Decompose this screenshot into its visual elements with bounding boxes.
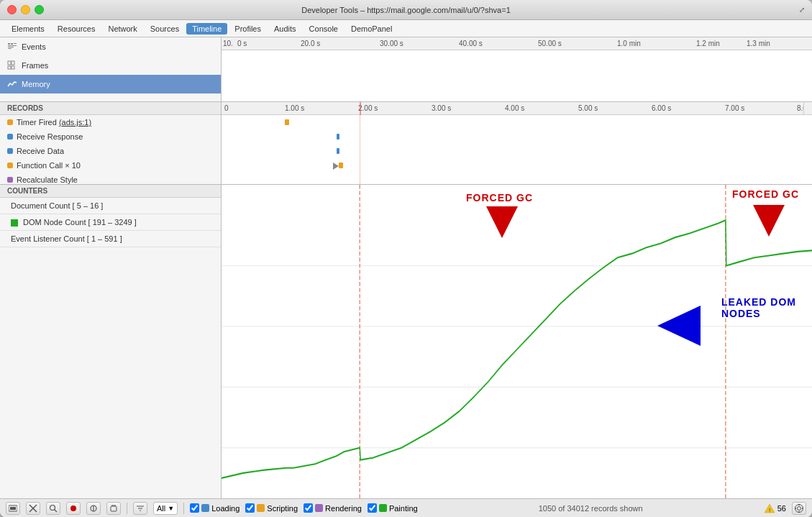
svg-rect-6	[8, 61, 11, 65]
menu-demopanel[interactable]: DemoPanel	[345, 23, 398, 35]
menu-elements[interactable]: Elements	[6, 23, 50, 35]
scripting-checkbox-label[interactable]: Scripting	[245, 503, 298, 513]
svg-text:!: !	[769, 506, 770, 513]
ruler-mark-4: 40.00 s	[459, 40, 483, 47]
svg-line-21	[55, 509, 58, 512]
menu-audits[interactable]: Audits	[268, 23, 302, 35]
menu-network[interactable]: Network	[102, 23, 142, 35]
forced-gc-1-arrow	[486, 206, 518, 238]
records-count: 1050 of 34012 records shown	[424, 504, 758, 513]
filter-chevron-icon: ▼	[168, 505, 174, 512]
devtools-window: Developer Tools – https://mail.google.co…	[0, 0, 812, 517]
painting-label: Painting	[389, 504, 418, 513]
ruler-mark-5: 50.00 s	[538, 40, 562, 47]
rec-ruler-0: 0	[224, 104, 229, 112]
painting-checkbox-label[interactable]: Painting	[368, 503, 418, 513]
rec-ruler-4: 4.00 s	[505, 104, 524, 112]
function-dot	[7, 163, 13, 168]
frames-label: Frames	[22, 61, 48, 70]
svg-rect-8	[8, 66, 11, 69]
filter-icon-btn[interactable]	[133, 502, 147, 515]
gc-marker-records	[360, 115, 360, 184]
rec-ruler-3: 3.00 s	[432, 104, 451, 112]
menubar: Elements Resources Network Sources Timel…	[0, 20, 812, 37]
svg-point-20	[50, 505, 55, 510]
painting-checkbox[interactable]	[368, 503, 377, 513]
window-title: Developer Tools – https://mail.google.co…	[301, 6, 511, 14]
menu-profiles[interactable]: Profiles	[229, 23, 267, 35]
time-ruler-top: 10. 0 s 20.0 s 30.00 s 40.00 s 50.00 s 1…	[222, 37, 812, 50]
events-label: Events	[22, 42, 46, 51]
minimize-button[interactable]	[21, 5, 30, 14]
records-scrollbar[interactable]	[803, 102, 812, 114]
search-btn[interactable]	[46, 502, 60, 515]
rec-ruler-7: 7.00 s	[725, 104, 744, 112]
clear-btn[interactable]	[26, 502, 40, 515]
svg-point-35	[795, 504, 803, 512]
svg-rect-2	[14, 43, 17, 44]
record-item-timer: Timer Fired (ads.js:1)	[0, 115, 221, 129]
warning-icon: !	[764, 503, 775, 513]
menu-console[interactable]: Console	[304, 23, 344, 35]
svg-rect-9	[12, 66, 14, 69]
function-expand-icon[interactable]	[333, 163, 339, 170]
menu-timeline[interactable]: Timeline	[186, 23, 227, 35]
rendering-checkbox[interactable]	[304, 503, 313, 513]
scripting-checkbox[interactable]	[245, 503, 255, 513]
delete-btn[interactable]	[106, 502, 121, 515]
events-icon	[7, 42, 17, 52]
loading-color-box	[201, 504, 209, 512]
memory-label: Memory	[22, 80, 50, 88]
painting-color-box	[379, 504, 387, 512]
stop-btn[interactable]	[86, 502, 101, 515]
capture-btn[interactable]	[6, 502, 20, 515]
timer-link[interactable]: (ads.js:1)	[59, 118, 91, 127]
ruler-mark-2: 20.0 s	[301, 40, 320, 47]
response-dot	[7, 134, 13, 139]
records-timeline: 0 1.00 s 2.00 s 3.00 s 4.00 s 5.00 s 6.0…	[222, 102, 812, 184]
record-item-response: Receive Response	[0, 129, 221, 144]
counter-document: Document Count [ 5 – 16 ]	[0, 198, 221, 214]
timeline-overview: 10. 0 s 20.0 s 30.00 s 40.00 s 50.00 s 1…	[222, 37, 812, 101]
records-panel: RECORDS Timer Fired (ads.js:1) Receive R…	[0, 102, 812, 185]
svg-rect-5	[8, 48, 12, 49]
time-ruler-records: 0 1.00 s 2.00 s 3.00 s 4.00 s 5.00 s 6.0…	[222, 102, 812, 115]
data-label: Receive Data	[17, 147, 64, 155]
rec-ruler-1: 1.00 s	[285, 104, 304, 112]
sidebar-item-frames[interactable]: Frames	[0, 56, 221, 75]
menu-sources[interactable]: Sources	[145, 23, 185, 35]
svg-rect-25	[111, 506, 117, 511]
sep-1	[127, 503, 127, 514]
bar-response	[337, 134, 339, 139]
timer-dot	[7, 119, 13, 125]
rendering-checkbox-label[interactable]: Rendering	[304, 503, 362, 513]
counter-dom: DOM Node Count [ 191 – 3249 ]	[0, 214, 221, 231]
bar-function	[339, 163, 343, 168]
warning-count: 56	[777, 504, 786, 513]
left-panel-top: Events Frames Memory	[0, 37, 222, 101]
loading-checkbox[interactable]	[190, 503, 199, 513]
recalc-label: Recalculate Style	[17, 175, 78, 184]
counters-header: COUNTERS	[0, 185, 221, 198]
svg-rect-17	[10, 507, 16, 510]
bottom-panel: COUNTERS Document Count [ 5 – 16 ] DOM N…	[0, 185, 812, 498]
sidebar-item-memory[interactable]: Memory	[0, 75, 221, 93]
loading-checkbox-label[interactable]: Loading	[190, 503, 240, 513]
filter-dropdown[interactable]: All ▼	[153, 502, 178, 515]
timer-label: Timer Fired (ads.js:1)	[17, 118, 91, 127]
record-btn[interactable]	[66, 502, 81, 515]
menu-resources[interactable]: Resources	[52, 23, 101, 35]
counter-event: Event Listener Count [ 1 – 591 ]	[0, 231, 221, 247]
sidebar-item-events[interactable]: Events	[0, 37, 221, 56]
frames-icon	[7, 60, 17, 70]
ruler-mark-0: 10.	[223, 40, 233, 47]
maximize-button[interactable]	[35, 5, 44, 14]
rendering-label: Rendering	[325, 504, 362, 513]
expand-icon[interactable]: ⤢	[799, 6, 805, 14]
bar-data	[337, 148, 339, 154]
memory-icon	[7, 79, 17, 89]
close-button[interactable]	[7, 5, 17, 14]
main-content: Events Frames Memory	[0, 37, 812, 498]
settings-btn[interactable]	[792, 502, 806, 515]
filter-label: All	[157, 504, 165, 513]
